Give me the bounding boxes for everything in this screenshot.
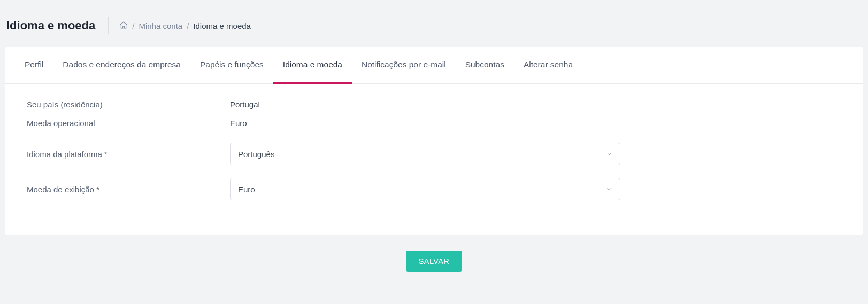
header-divider bbox=[108, 17, 109, 34]
platform-language-select[interactable]: Português bbox=[230, 143, 620, 165]
tabs-card: Perfil Dados e endereços da empresa Papé… bbox=[5, 47, 863, 235]
display-currency-select[interactable]: Euro bbox=[230, 178, 620, 200]
operational-currency-value: Euro bbox=[230, 119, 247, 128]
operational-currency-label: Moeda operacional bbox=[27, 119, 230, 128]
footer-actions: SALVAR bbox=[0, 235, 868, 293]
tab-idioma-moeda[interactable]: Idioma e moeda bbox=[273, 47, 352, 84]
tabs-container: Perfil Dados e endereços da empresa Papé… bbox=[5, 47, 863, 84]
breadcrumb-current: Idioma e moeda bbox=[193, 21, 251, 30]
platform-language-selected-value: Português bbox=[238, 150, 274, 159]
platform-language-label: Idioma da plataforma * bbox=[27, 150, 230, 159]
tab-alterar-senha[interactable]: Alterar senha bbox=[514, 47, 582, 84]
display-currency-label: Moeda de exibição * bbox=[27, 185, 230, 194]
country-value: Portugal bbox=[230, 100, 260, 109]
tab-notificacoes-email[interactable]: Notificações por e-mail bbox=[352, 47, 456, 84]
breadcrumb-separator: / bbox=[187, 21, 189, 30]
breadcrumb-account-link[interactable]: Minha conta bbox=[139, 21, 182, 30]
tab-dados-empresa[interactable]: Dados e endereços da empresa bbox=[53, 47, 190, 84]
display-currency-selected-value: Euro bbox=[238, 185, 255, 194]
country-label: Seu país (residência) bbox=[27, 100, 230, 109]
tab-subcontas[interactable]: Subcontas bbox=[456, 47, 514, 84]
breadcrumb: / Minha conta / Idioma e moeda bbox=[119, 21, 251, 31]
home-icon bbox=[119, 21, 128, 29]
breadcrumb-home-link[interactable] bbox=[119, 21, 128, 31]
tab-papeis-funcoes[interactable]: Papéis e funções bbox=[190, 47, 273, 84]
save-button[interactable]: SALVAR bbox=[406, 251, 462, 272]
form-body: Seu país (residência) Portugal Moeda ope… bbox=[5, 84, 863, 235]
page-title: Idioma e moeda bbox=[6, 19, 108, 33]
breadcrumb-separator: / bbox=[132, 21, 134, 30]
tab-perfil[interactable]: Perfil bbox=[15, 47, 53, 84]
